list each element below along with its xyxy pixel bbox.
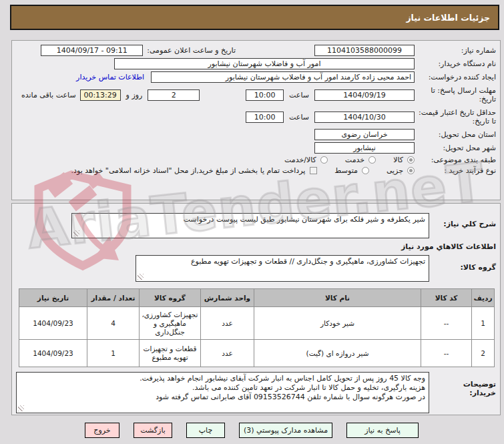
creator-label: ایجاد کننده درخواست: bbox=[415, 73, 496, 81]
buyer-contact-link[interactable]: اطلاعات تماس خریدار bbox=[76, 73, 144, 81]
respond-to-need-button[interactable]: پاسخ به نیاز bbox=[346, 423, 419, 438]
price-validity-hour-label: ساعت bbox=[289, 113, 309, 122]
radio-service[interactable] bbox=[368, 156, 376, 164]
announce-datetime-field[interactable]: 1404/09/17 - 09:11 bbox=[41, 45, 143, 56]
row-need-number: شماره نیاز: 1104103588000099 تاریخ و ساع… bbox=[16, 45, 496, 56]
row-description: شرح کلي نیاز: شیر یکطرفه و شیر فلکه برای… bbox=[16, 213, 496, 238]
radio-goods-label: کالا bbox=[393, 156, 403, 164]
deadline-date-field[interactable]: 1404/09/19 bbox=[314, 89, 415, 101]
exit-button[interactable]: خروج bbox=[85, 423, 119, 438]
page-title: جزئیات اطلاعات نیاز bbox=[406, 13, 490, 23]
col-date: تاریخ نیاز bbox=[19, 289, 87, 307]
city-field[interactable]: نیشابور bbox=[314, 142, 415, 154]
need-number-field[interactable]: 1104103588000099 bbox=[314, 45, 415, 56]
view-attachments-button[interactable]: مشاهده مدارک پیوستي (3) bbox=[239, 423, 332, 438]
radio-medium-label: متوسط bbox=[334, 166, 358, 175]
radio-service-label: خدمت bbox=[345, 156, 364, 164]
buyer-remarks-textarea[interactable]: وجه کالا 45 روز پس از تحویل کامل اجناس ب… bbox=[16, 372, 429, 413]
cell-row: 2 bbox=[472, 340, 495, 367]
row-buyer-org: نام دستگاه خریدار: امور آب و فاضلاب شهرس… bbox=[16, 58, 496, 69]
need-number-label: شماره نیاز: bbox=[415, 46, 496, 55]
cell-date: 1404/09/23 bbox=[19, 307, 87, 340]
page-title-bar: جزئیات اطلاعات نیاز bbox=[10, 5, 499, 30]
buyer-org-field[interactable]: امور آب و فاضلاب شهرستان نیشابور bbox=[114, 58, 415, 69]
radio-minor[interactable] bbox=[407, 167, 415, 174]
countdown-label: ساعت باقی مانده bbox=[21, 91, 76, 99]
row-city: شهر محل تحویل: نیشابور bbox=[16, 142, 496, 154]
deadline-time-field[interactable]: 10:00 bbox=[246, 89, 284, 101]
treasury-checkbox-label: پرداخت تمام یا بخشی از مبلغ خرید,از محل … bbox=[71, 166, 306, 175]
row-price-validity: حداقل تاریخ اعتبار قیمت: تا تاریخ: 1404/… bbox=[16, 107, 496, 127]
price-validity-label: حداقل تاریخ اعتبار قیمت: تا تاریخ: bbox=[415, 108, 496, 126]
buyer-remarks-label-line2: خریدار: bbox=[469, 389, 496, 397]
col-code: کد کالا bbox=[421, 289, 472, 307]
radio-minor-label: جزیی bbox=[387, 166, 403, 175]
row-goods-title: اطلاعات کالاهاي مورد نیاز bbox=[16, 242, 496, 251]
process-type-label: نوع فرآیند خرید : bbox=[415, 166, 496, 175]
countdown-field[interactable]: 00:13:29 bbox=[80, 89, 121, 101]
deadline-hour-label: ساعت bbox=[289, 91, 309, 99]
cell-row: 1 bbox=[472, 307, 495, 340]
cell-code: -- bbox=[421, 307, 472, 340]
col-group: گروه کالا bbox=[140, 289, 201, 307]
row-remarks: توضیحات خریدار: وجه کالا 45 روز پس از تح… bbox=[16, 372, 496, 413]
goods-section-title: اطلاعات کالاهاي مورد نیاز bbox=[401, 242, 496, 251]
radio-medium[interactable] bbox=[362, 167, 369, 174]
col-unit: واحد شمارش bbox=[201, 289, 254, 307]
back-button[interactable]: بازگشت bbox=[134, 423, 172, 438]
city-label: شهر محل تحویل: bbox=[415, 144, 496, 152]
cell-qty: 4 bbox=[87, 307, 140, 340]
footer-buttons: پاسخ به نیاز مشاهده مدارک پیوستي (3) چاپ… bbox=[0, 421, 419, 439]
description-label: شرح کلي نیاز: bbox=[429, 220, 496, 228]
row-creator: ایجاد کننده درخواست: احمد محیی زاده کارم… bbox=[16, 71, 496, 83]
cell-qty: 1 bbox=[87, 340, 140, 367]
days-label: روز و bbox=[126, 91, 143, 99]
cell-group: تجهیزات کشاورزی، ماهیگیری و جنگل‌داری bbox=[140, 307, 201, 340]
col-qty: تعداد / مقدار bbox=[87, 289, 140, 307]
goods-table: ردیف کد کالا نام کالا واحد شمارش گروه کا… bbox=[19, 288, 495, 367]
buyer-org-label: نام دستگاه خریدار: bbox=[415, 59, 496, 68]
deadline-label: مهلت ارسال پاسخ: تا تاریخ: bbox=[415, 86, 496, 103]
cell-unit: عدد bbox=[201, 340, 254, 367]
cell-date: 1404/09/23 bbox=[19, 340, 87, 367]
cell-code: -- bbox=[421, 340, 472, 367]
province-label: استان محل تحویل: bbox=[415, 130, 496, 139]
province-field[interactable]: خراسان رضوی bbox=[314, 129, 415, 140]
price-validity-time-field[interactable]: 10:00 bbox=[246, 112, 284, 123]
row-province: استان محل تحویل: خراسان رضوی bbox=[16, 129, 496, 140]
goods-group-textarea[interactable]: تجهیزات کشاورزی، ماهیگیری و جنگل‌داری //… bbox=[136, 255, 429, 282]
row-goods-group: گروه کالا: تجهیزات کشاورزی، ماهیگیری و ج… bbox=[16, 255, 496, 282]
cell-unit: عدد bbox=[201, 307, 254, 340]
buyer-remarks-label-line1: توضیحات bbox=[463, 380, 496, 389]
table-row: 2 -- شیر دروازه ای (گیت) عدد قطعات و تجه… bbox=[19, 340, 495, 367]
row-process-type: نوع فرآیند خرید : جزیی متوسط پرداخت تمام… bbox=[16, 166, 496, 175]
col-row: ردیف bbox=[472, 289, 495, 307]
creator-field[interactable]: احمد محیی زاده کارمند امور آب و فاضلاب ش… bbox=[151, 71, 415, 83]
cell-name: شیر دروازه ای (گیت) bbox=[254, 340, 421, 367]
goods-info-panel: شرح کلي نیاز: شیر یکطرفه و شیر فلکه برای… bbox=[11, 203, 501, 415]
goods-group-label: گروه کالا: bbox=[429, 263, 496, 272]
row-deadline: مهلت ارسال پاسخ: تا تاریخ: 1404/09/19 سا… bbox=[16, 85, 496, 105]
buyer-remarks-label: توضیحات خریدار: bbox=[429, 380, 496, 397]
goods-table-header-row: ردیف کد کالا نام کالا واحد شمارش گروه کا… bbox=[19, 289, 495, 307]
price-validity-date-field[interactable]: 1404/10/30 bbox=[314, 112, 415, 123]
cell-group: قطعات و تجهیزات تهویه مطبوع bbox=[140, 340, 201, 367]
need-info-panel: شماره نیاز: 1104103588000099 تاریخ و ساع… bbox=[11, 40, 501, 200]
announce-label: تاریخ و ساعت اعلان عمومی: bbox=[147, 46, 236, 55]
treasury-checkbox[interactable] bbox=[310, 167, 317, 174]
days-remaining-field[interactable]: 2 bbox=[148, 89, 200, 101]
radio-goods-service[interactable] bbox=[320, 156, 328, 164]
table-row: 1 -- شیر خودکار عدد تجهیزات کشاورزی، ماه… bbox=[19, 307, 495, 340]
radio-goods[interactable] bbox=[407, 156, 415, 164]
print-button[interactable]: چاپ bbox=[186, 423, 225, 438]
category-label: طبقه بندی موضوعی: bbox=[415, 156, 496, 164]
radio-goods-service-label: کالا/خدمت bbox=[284, 156, 316, 164]
cell-name: شیر خودکار bbox=[254, 307, 421, 340]
col-name: نام کالا bbox=[254, 289, 421, 307]
description-textarea[interactable]: شیر یکطرفه و شیر فلکه برای شهرستان نیشاب… bbox=[71, 213, 429, 238]
row-category: طبقه بندی موضوعی: کالا خدمت کالا/خدمت bbox=[16, 156, 496, 164]
